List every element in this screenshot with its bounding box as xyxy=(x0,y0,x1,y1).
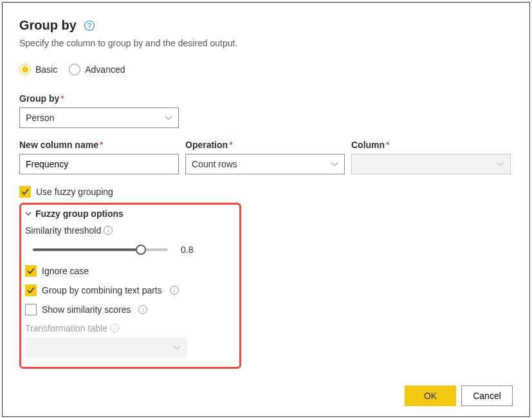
show-similarity-scores-checkbox[interactable] xyxy=(25,304,37,315)
group-by-label: Group by* xyxy=(19,93,513,104)
check-icon xyxy=(27,267,35,275)
operation-label: Operation* xyxy=(185,140,345,150)
similarity-threshold-value: 0.8 xyxy=(181,245,193,255)
ignore-case-label: Ignore case xyxy=(42,266,89,276)
cancel-button[interactable]: Cancel xyxy=(461,386,513,406)
info-icon[interactable]: i xyxy=(138,305,147,314)
slider-fill xyxy=(33,248,141,251)
chevron-down-icon xyxy=(173,344,181,351)
info-icon[interactable]: i xyxy=(104,226,113,235)
help-icon[interactable]: ? xyxy=(84,21,95,31)
radio-icon xyxy=(19,64,31,75)
transformation-table-select xyxy=(25,337,187,358)
use-fuzzy-checkbox[interactable] xyxy=(19,186,31,198)
chevron-down-icon xyxy=(165,114,172,122)
fuzzy-options-panel: Fuzzy group options Similarity threshold… xyxy=(19,203,241,369)
radio-basic[interactable]: Basic xyxy=(19,64,57,75)
use-fuzzy-label: Use fuzzy grouping xyxy=(36,187,113,197)
check-icon xyxy=(27,286,35,294)
info-icon: i xyxy=(110,324,119,333)
group-by-dialog: Group by ? Specify the column to group b… xyxy=(2,2,530,417)
transformation-table-label: Transformation table i xyxy=(25,323,233,333)
radio-basic-label: Basic xyxy=(35,64,57,75)
group-by-value: Person xyxy=(26,113,54,123)
column-label: Column* xyxy=(351,140,511,150)
combine-text-parts-checkbox[interactable] xyxy=(25,284,37,296)
dialog-subtitle: Specify the column to group by and the d… xyxy=(19,38,513,48)
similarity-threshold-label: Similarity threshold i xyxy=(25,225,233,236)
radio-advanced-label: Advanced xyxy=(85,64,125,75)
show-similarity-scores-label: Show similarity scores xyxy=(42,304,131,315)
column-select xyxy=(351,154,511,174)
group-by-select[interactable]: Person xyxy=(19,107,179,128)
chevron-down-icon xyxy=(497,160,504,168)
chevron-down-icon xyxy=(331,160,338,168)
operation-value: Count rows xyxy=(192,159,237,169)
operation-select[interactable]: Count rows xyxy=(185,154,345,174)
new-column-field[interactable] xyxy=(26,154,172,174)
check-icon xyxy=(21,188,29,196)
combine-text-parts-label: Group by combining text parts xyxy=(42,285,162,295)
new-column-label: New column name* xyxy=(19,140,179,150)
similarity-threshold-slider[interactable] xyxy=(33,248,168,251)
radio-advanced[interactable]: Advanced xyxy=(69,64,125,75)
radio-icon xyxy=(69,64,80,75)
slider-thumb[interactable] xyxy=(136,245,146,255)
ok-button[interactable]: OK xyxy=(405,386,456,406)
chevron-down-icon xyxy=(25,210,32,217)
info-icon[interactable]: i xyxy=(170,286,179,295)
ignore-case-checkbox[interactable] xyxy=(25,265,37,277)
fuzzy-options-header[interactable]: Fuzzy group options xyxy=(24,209,233,219)
new-column-input[interactable] xyxy=(19,154,179,174)
dialog-title: Group by xyxy=(19,18,77,33)
